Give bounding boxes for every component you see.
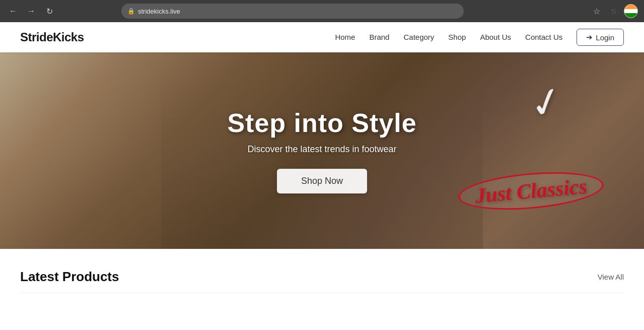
- latest-products-header: Latest Products View All: [20, 269, 624, 285]
- address-bar[interactable]: 🔒 stridekicks.live: [121, 4, 464, 19]
- profile-avatar[interactable]: [624, 4, 638, 18]
- nav-link-home[interactable]: Home: [335, 33, 355, 41]
- nav-item-contact[interactable]: Contact Us: [525, 33, 562, 42]
- url-text: stridekicks.live: [138, 8, 458, 15]
- latest-products-title: Latest Products: [20, 269, 119, 285]
- bookmark-button[interactable]: ☆: [590, 4, 604, 18]
- refresh-button[interactable]: ↻: [42, 4, 56, 18]
- nav-item-about[interactable]: About Us: [480, 33, 511, 42]
- section-divider: [20, 293, 624, 293]
- browser-toolbar-right: ☆ ◾: [590, 4, 638, 18]
- lock-icon: 🔒: [127, 8, 135, 15]
- nav-link-brand[interactable]: Brand: [369, 33, 389, 41]
- nav-links: Home Brand Category Shop About Us Contac…: [335, 29, 624, 46]
- login-icon: ➔: [586, 33, 593, 42]
- browser-chrome: ← → ↻ 🔒 stridekicks.live ☆ ◾: [0, 0, 644, 22]
- nav-link-contact[interactable]: Contact Us: [525, 33, 562, 41]
- hero-content: Step into Style Discover the latest tren…: [196, 108, 448, 193]
- nav-item-category[interactable]: Category: [403, 33, 434, 42]
- hero-section: ✓ Just Classics Step into Style Discover…: [0, 52, 644, 249]
- nike-logo-overlay: ✓: [530, 83, 563, 123]
- nike-swoosh-icon: ✓: [525, 79, 568, 127]
- login-label: Login: [596, 33, 614, 42]
- latest-products-section: Latest Products View All: [0, 249, 644, 303]
- brand-logo[interactable]: StrideKicks: [20, 30, 84, 44]
- back-button[interactable]: ←: [6, 4, 20, 18]
- shop-now-button[interactable]: Shop Now: [277, 169, 367, 193]
- nav-item-shop[interactable]: Shop: [448, 33, 466, 42]
- extensions-button[interactable]: ◾: [607, 4, 621, 18]
- login-button-item[interactable]: ➔ Login: [577, 29, 624, 46]
- view-all-link[interactable]: View All: [598, 273, 624, 281]
- login-button[interactable]: ➔ Login: [577, 29, 624, 46]
- hero-subtitle: Discover the latest trends in footwear: [196, 144, 448, 155]
- nav-link-category[interactable]: Category: [403, 33, 434, 41]
- nav-item-home[interactable]: Home: [335, 33, 355, 42]
- nav-item-brand[interactable]: Brand: [369, 33, 389, 42]
- forward-button[interactable]: →: [24, 4, 38, 18]
- nav-link-shop[interactable]: Shop: [448, 33, 466, 41]
- hero-title: Step into Style: [196, 108, 448, 138]
- navbar: StrideKicks Home Brand Category Shop Abo…: [0, 22, 644, 52]
- nav-link-about[interactable]: About Us: [480, 33, 511, 41]
